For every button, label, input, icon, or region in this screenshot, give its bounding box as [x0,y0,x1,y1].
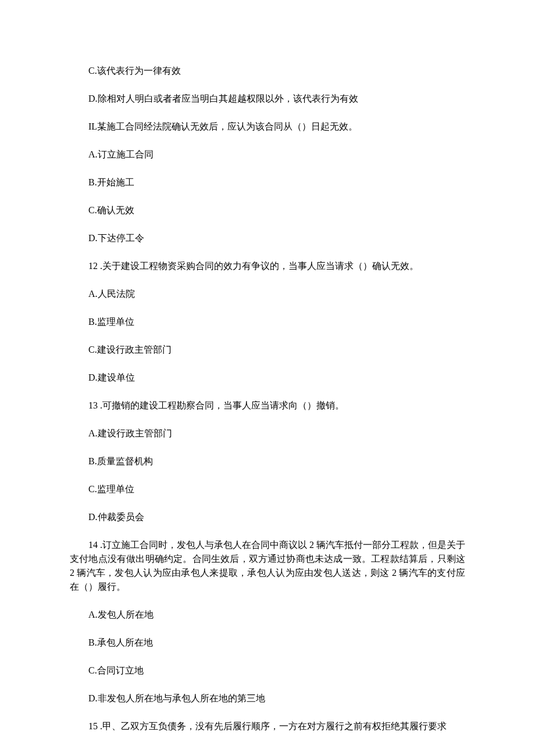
q14-stem: 14 .订立施工合同时，发包人与承包人在合同中商议以 2 辆汽车抵付一部分工程款… [70,538,465,594]
q14-option-b: B.承包人所在地 [70,636,465,650]
q13-stem: 13 .可撤销的建设工程勘察合同，当事人应当请求向（）撤销。 [70,399,465,413]
q13-option-b: B.质量监督机构 [70,454,465,468]
q12-option-d: D.建设单位 [70,371,465,385]
q13-option-d: D.仲裁委员会 [70,510,465,524]
q14-option-d: D.非发包人所在地与承包人所在地的第三地 [70,691,465,705]
q14-option-c: C.合同订立地 [70,664,465,678]
q10-option-d: D.除相对人明白或者者应当明白其超越权限以外，该代表行为有效 [70,92,465,106]
q11-stem: IL某施工合同经法院确认无效后，应认为该合同从（）日起无效。 [70,120,465,134]
q10-option-c: C.该代表行为一律有效 [70,64,465,78]
q12-option-a: A.人民法院 [70,287,465,301]
q11-option-c: C.确认无效 [70,203,465,217]
q12-option-b: B.监理单位 [70,315,465,329]
q12-option-c: C.建设行政主管部门 [70,343,465,357]
q11-option-a: A.订立施工合同 [70,148,465,162]
q13-option-a: A.建设行政主管部门 [70,427,465,440]
document-page: C.该代表行为一律有效 D.除相对人明白或者者应当明白其超越权限以外，该代表行为… [0,0,535,756]
q12-stem: 12 .关于建设工程物资采购合同的效力有争议的，当事人应当请求（）确认无效。 [70,259,465,273]
q11-option-d: D.下达停工令 [70,231,465,245]
q13-option-c: C.监理单位 [70,482,465,496]
q15-stem: 15 .甲、乙双方互负债务，没有先后履行顺序，一方在对方履行之前有权拒绝其履行要… [70,719,465,733]
q14-option-a: A.发包人所在地 [70,608,465,622]
q11-option-b: B.开始施工 [70,175,465,189]
